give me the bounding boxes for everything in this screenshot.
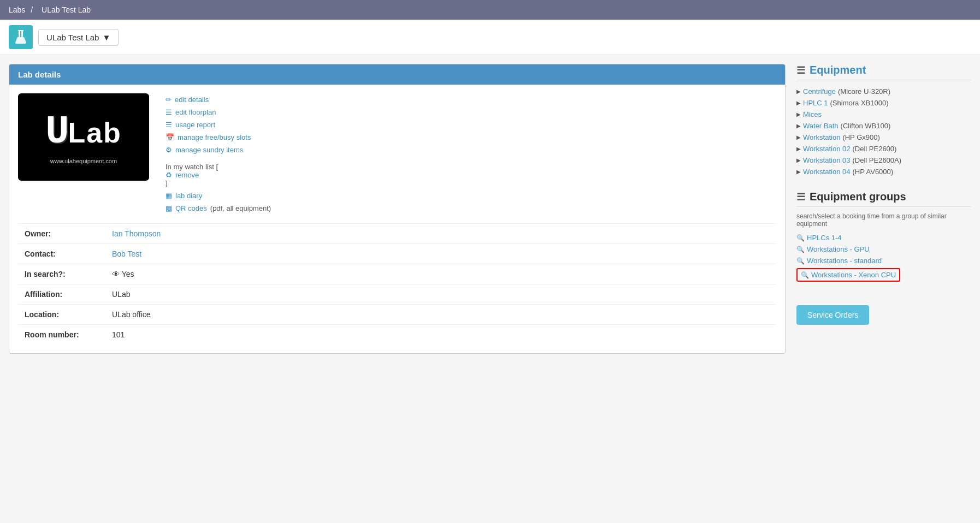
svg-rect-0 <box>19 31 20 37</box>
list-icon: ☰ <box>796 64 805 76</box>
lab-icon <box>9 25 33 49</box>
list-item: 🔍Workstations - GPU <box>796 243 971 255</box>
floorplan-icon: ☰ <box>166 108 172 116</box>
detail-link[interactable]: Bob Test <box>112 249 141 258</box>
detail-value: 👁 Yes <box>105 264 776 284</box>
equipment-link[interactable]: Water Bath <box>803 122 839 130</box>
equipment-section-title: ☰ Equipment <box>796 64 971 80</box>
equipment-link[interactable]: Workstation 02 <box>803 145 850 153</box>
left-panel: Lab details U Lab www.ulabequipment.com <box>9 64 786 354</box>
detail-label: Affiliation: <box>18 284 105 305</box>
equipment-groups-title: ☰ Equipment groups <box>796 191 971 207</box>
report-icon: ☰ <box>166 121 172 129</box>
list-item: ▶Workstation 04 (HP AV6000) <box>796 166 971 177</box>
panel-title: Lab details <box>18 70 61 79</box>
list-item: 🔍Workstations - Xenon CPU <box>796 266 971 283</box>
equipment-groups-section: ☰ Equipment groups search/select a booki… <box>796 191 971 283</box>
svg-rect-1 <box>21 31 23 37</box>
expand-arrow-icon[interactable]: ▶ <box>796 88 801 94</box>
table-row: Location:ULab office <box>18 305 776 325</box>
lab-selector-bar: ULab Test Lab ▼ <box>0 20 980 55</box>
remove-watchlist-link[interactable]: ♻ remove <box>166 171 271 179</box>
list-item: ▶Water Bath (Clifton WB100) <box>796 120 971 132</box>
detail-value[interactable]: Bob Test <box>105 244 776 264</box>
equipment-group-link[interactable]: Workstations - standard <box>807 257 882 265</box>
calendar-icon: 📅 <box>166 133 174 141</box>
highlighted-group-item: 🔍Workstations - Xenon CPU <box>796 268 900 282</box>
equipment-group-link[interactable]: Workstations - GPU <box>807 245 870 253</box>
pencil-icon: ✏ <box>166 96 172 104</box>
eye-icon: 👁 <box>112 270 122 278</box>
breadcrumb-labs-link[interactable]: Labs <box>9 5 25 14</box>
equipment-link[interactable]: Workstation <box>803 133 840 141</box>
diary-icon: ▦ <box>166 192 172 200</box>
detail-value[interactable]: Ian Thompson <box>105 224 776 244</box>
breadcrumb-bar: Labs / ULab Test Lab <box>0 0 980 20</box>
breadcrumb-separator: / <box>31 5 33 14</box>
list-item: ▶Workstation 03 (Dell PE2600A) <box>796 154 971 166</box>
expand-arrow-icon[interactable]: ▶ <box>796 111 801 117</box>
equipment-groups-list: 🔍HPLCs 1-4🔍Workstations - GPU🔍Workstatio… <box>796 232 971 283</box>
search-icon: 🔍 <box>796 234 805 242</box>
detail-label: Location: <box>18 305 105 325</box>
service-orders-button[interactable]: Service Orders <box>796 305 869 325</box>
lab-dropdown-label: ULab Test Lab <box>46 33 99 42</box>
equipment-model: (Dell PE2600) <box>852 145 896 153</box>
search-icon: 🔍 <box>801 271 809 279</box>
equipment-group-link[interactable]: HPLCs 1-4 <box>807 234 842 242</box>
equipment-link[interactable]: HPLC 1 <box>803 99 828 107</box>
detail-label: Contact: <box>18 244 105 264</box>
equipment-link[interactable]: Workstation 03 <box>803 156 850 164</box>
detail-link[interactable]: Ian Thompson <box>112 229 161 238</box>
list-item: 🔍HPLCs 1-4 <box>796 232 971 243</box>
manage-free-busy-link[interactable]: 📅 manage free/busy slots <box>166 133 271 141</box>
panel-body: U Lab www.ulabequipment.com ✏ edit detai… <box>9 85 785 353</box>
expand-arrow-icon[interactable]: ▶ <box>796 123 801 129</box>
equipment-link[interactable]: Centrifuge <box>803 87 836 96</box>
manage-sundry-link[interactable]: ⚙ manage sundry items <box>166 146 271 154</box>
equipment-groups-desc: search/select a booking time from a grou… <box>796 212 971 228</box>
edit-floorplan-link[interactable]: ☰ edit floorplan <box>166 108 271 116</box>
expand-arrow-icon[interactable]: ▶ <box>796 157 801 163</box>
table-row: Owner:Ian Thompson <box>18 224 776 244</box>
equipment-model: (Shimora XB1000) <box>830 99 889 107</box>
detail-label: In search?: <box>18 264 105 284</box>
lab-actions: ✏ edit details ☰ edit floorplan ☰ usage … <box>166 93 271 212</box>
expand-arrow-icon[interactable]: ▶ <box>796 169 801 175</box>
detail-value: 101 <box>105 325 776 345</box>
equipment-model: (Micore U-320R) <box>838 87 890 96</box>
equipment-list: ▶Centrifuge (Micore U-320R)▶HPLC 1 (Shim… <box>796 86 971 177</box>
equipment-model: (HP AV6000) <box>852 168 893 176</box>
search-icon: 🔍 <box>796 246 805 253</box>
equipment-link[interactable]: Workstation 04 <box>803 168 850 176</box>
table-row: Contact:Bob Test <box>18 244 776 264</box>
equipment-model: (Clifton WB100) <box>841 122 891 130</box>
qr-codes-link[interactable]: ▩ QR codes (pdf, all equipment) <box>166 204 271 212</box>
breadcrumb-current: ULab Test Lab <box>42 5 91 14</box>
list-item: ▶Workstation (HP Gx900) <box>796 132 971 143</box>
detail-label: Owner: <box>18 224 105 244</box>
lab-diary-link[interactable]: ▦ lab diary <box>166 192 271 200</box>
lab-info-top: U Lab www.ulabequipment.com ✏ edit detai… <box>18 93 776 212</box>
table-row: Room number:101 <box>18 325 776 345</box>
logo-u-letter: U <box>45 110 68 154</box>
expand-arrow-icon[interactable]: ▶ <box>796 100 801 106</box>
search-icon: 🔍 <box>796 257 805 265</box>
equipment-group-link[interactable]: Workstations - Xenon CPU <box>811 271 896 279</box>
equipment-link[interactable]: Mices <box>803 110 822 118</box>
lab-dropdown-button[interactable]: ULab Test Lab ▼ <box>38 29 119 46</box>
expand-arrow-icon[interactable]: ▶ <box>796 146 801 152</box>
equipment-model: (HP Gx900) <box>842 133 879 141</box>
logo-lab-text: Lab <box>68 116 121 149</box>
usage-report-link[interactable]: ☰ usage report <box>166 121 271 129</box>
list-item: ▶Mices <box>796 109 971 120</box>
equipment-model: (Dell PE2600A) <box>852 156 901 164</box>
detail-label: Room number: <box>18 325 105 345</box>
lab-logo-url: www.ulabequipment.com <box>45 158 122 164</box>
table-row: In search?:👁 Yes <box>18 264 776 284</box>
detail-value: ULab <box>105 284 776 305</box>
edit-details-link[interactable]: ✏ edit details <box>166 96 271 104</box>
main-layout: Lab details U Lab www.ulabequipment.com <box>0 55 980 362</box>
expand-arrow-icon[interactable]: ▶ <box>796 134 801 140</box>
qr-icon: ▩ <box>166 204 172 212</box>
